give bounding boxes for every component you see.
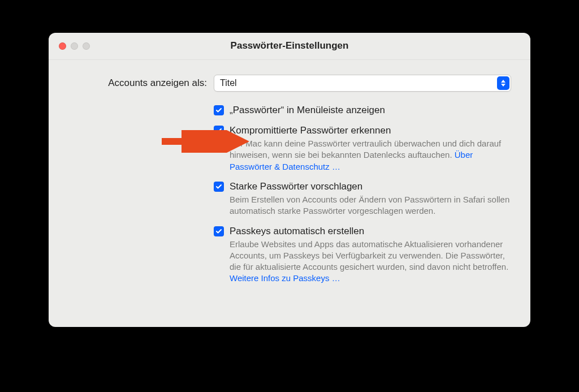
- option-auto-passkeys: Passkeys automatisch erstellen Erlaube W…: [214, 225, 510, 285]
- option-label: Starke Passwörter vorschlagen: [230, 180, 510, 193]
- options-list: „Passwörter“ in Menüleiste anzeigen Komp…: [214, 104, 510, 285]
- option-label: „Passwörter“ in Menüleiste anzeigen: [230, 104, 510, 117]
- passkeys-link[interactable]: Weitere Infos zu Passkeys …: [230, 273, 340, 283]
- checkbox-suggest-strong[interactable]: [214, 182, 224, 192]
- check-icon: [215, 107, 222, 114]
- display-accounts-label: Accounts anzeigen als:: [68, 77, 207, 89]
- check-icon: [215, 127, 222, 134]
- option-show-in-menubar: „Passwörter“ in Menüleiste anzeigen: [214, 104, 510, 117]
- check-icon: [215, 228, 222, 235]
- option-label: Kompromittierte Passwörter erkennen: [230, 124, 510, 137]
- checkbox-show-in-menubar[interactable]: [214, 105, 224, 115]
- chevron-up-down-icon: [497, 76, 509, 90]
- option-description: Der Mac kann deine Passwörter vertraulic…: [230, 138, 510, 173]
- option-description: Erlaube Websites und Apps das automatisc…: [230, 239, 510, 285]
- option-label: Passkeys automatisch erstellen: [230, 225, 510, 238]
- option-detect-compromised: Kompromittierte Passwörter erkennen Der …: [214, 124, 510, 173]
- titlebar: Passwörter-Einstellungen: [49, 33, 530, 60]
- display-accounts-select[interactable]: Titel: [214, 75, 511, 92]
- check-icon: [215, 183, 222, 190]
- option-description: Beim Erstellen von Accounts oder Ändern …: [230, 194, 510, 217]
- preferences-window: Passwörter-Einstellungen Accounts anzeig…: [49, 33, 530, 327]
- display-accounts-value: Titel: [220, 78, 237, 88]
- window-title: Passwörter-Einstellungen: [49, 40, 530, 51]
- content-area: Accounts anzeigen als: Titel „Passwörter…: [49, 60, 530, 300]
- display-accounts-row: Accounts anzeigen als: Titel: [68, 75, 511, 92]
- checkbox-detect-compromised[interactable]: [214, 126, 224, 136]
- option-suggest-strong: Starke Passwörter vorschlagen Beim Erste…: [214, 180, 510, 217]
- checkbox-auto-passkeys[interactable]: [214, 226, 224, 236]
